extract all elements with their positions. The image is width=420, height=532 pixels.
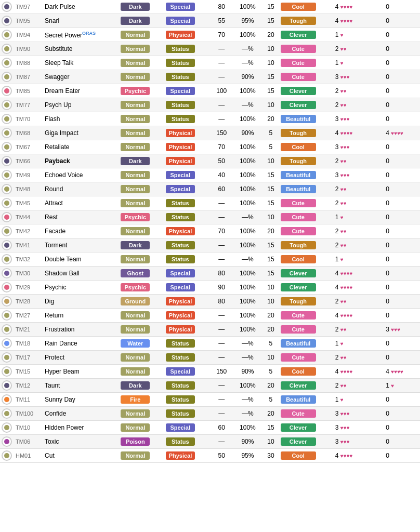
category-badge: Status — [166, 409, 195, 418]
appeal-hearts: ♥♥ — [340, 229, 347, 234]
contest-cell: Clever — [280, 267, 333, 281]
accuracy-cell: 100% — [233, 154, 262, 168]
pp-cell: 10 — [262, 210, 279, 224]
category-badge: Status — [166, 339, 195, 348]
power-cell: — — [210, 407, 233, 421]
appeal-hearts: ♥♥♥ — [340, 425, 350, 431]
accuracy-cell: 100% — [233, 224, 262, 238]
appeal-rank: 2 — [335, 382, 340, 389]
type-badge-cell: Normal — [120, 252, 164, 267]
power-cell: 40 — [210, 168, 233, 182]
appeal-rank: 2 — [335, 354, 340, 361]
appeal-cell: 2 ♥♥ — [333, 42, 384, 56]
category-badge: Status — [166, 241, 195, 249]
move-name: Sleep Talk — [44, 56, 120, 70]
category-badge-cell: Physical — [165, 224, 210, 238]
category-badge-cell: Status — [165, 379, 210, 393]
category-badge-cell: Status — [165, 393, 210, 407]
power-cell: — — [210, 210, 233, 224]
pp-cell: 15 — [262, 252, 279, 267]
power-cell: — — [210, 42, 233, 56]
power-cell: — — [210, 323, 233, 337]
appeal-cell: 3 ♥♥♥ — [333, 435, 384, 449]
appeal-rank: 3 — [335, 115, 340, 123]
move-name: Rain Dance — [44, 337, 120, 351]
type-badge: Normal — [121, 353, 150, 362]
contest-badge: Beautiful — [281, 395, 316, 404]
table-row: TM11Sunny DayFireStatus——%5Beautiful1 ♥0 — [0, 393, 420, 407]
icon-cell — [0, 126, 15, 140]
water-type-icon — [2, 338, 12, 349]
type-badge: Normal — [121, 227, 150, 235]
jam-rank: 4 — [386, 129, 391, 137]
icon-cell — [0, 196, 15, 210]
table-row: TM32Double TeamNormalStatus——%15Cool1 ♥0 — [0, 252, 420, 267]
move-name: Rest — [44, 210, 120, 224]
pp-cell: 10 — [262, 154, 279, 168]
move-name: Dream Eater — [44, 84, 120, 98]
category-badge: Physical — [166, 129, 195, 137]
jam-rank: 3 — [386, 326, 391, 333]
pp-cell: 5 — [262, 393, 279, 407]
category-badge-cell: Status — [165, 56, 210, 70]
pp-cell: 5 — [262, 140, 279, 154]
icon-cell — [0, 267, 15, 281]
power-cell: 60 — [210, 421, 233, 435]
appeal-rank: 3 — [335, 73, 340, 81]
appeal-cell: 4 ♥♥♥♥ — [333, 0, 384, 14]
category-badge: Physical — [166, 143, 195, 151]
power-cell: — — [210, 351, 233, 365]
contest-cell: Beautiful — [280, 168, 333, 182]
power-cell: 70 — [210, 140, 233, 154]
icon-cell — [0, 28, 15, 42]
move-name: Cut — [44, 449, 120, 463]
type-badge-cell: Dark — [120, 0, 164, 14]
category-badge: Special — [166, 87, 195, 95]
contest-cell: Cute — [280, 323, 333, 337]
category-badge-cell: Physical — [165, 323, 210, 337]
accuracy-cell: 100% — [233, 379, 262, 393]
appeal-cell: 2 ♥♥ — [333, 379, 384, 393]
appeal-rank: 3 — [335, 424, 340, 431]
power-cell: — — [210, 435, 233, 449]
appeal-cell: 2 ♥♥ — [333, 238, 384, 252]
type-badge-cell: Normal — [120, 182, 164, 196]
type-badge: Fire — [121, 395, 150, 404]
icon-cell — [0, 182, 15, 196]
category-badge-cell: Special — [165, 14, 210, 28]
tm-id: TM68 — [15, 126, 44, 140]
appeal-cell: 2 ♥♥ — [333, 224, 384, 238]
appeal-hearts: ♥♥♥ — [340, 144, 350, 150]
contest-badge: Cute — [281, 227, 316, 235]
appeal-rank: 1 — [335, 256, 340, 263]
appeal-hearts: ♥♥ — [340, 327, 347, 332]
power-cell: — — [210, 56, 233, 70]
move-name: Torment — [44, 238, 120, 252]
category-badge: Physical — [166, 311, 195, 320]
type-badge-cell: Fire — [120, 393, 164, 407]
power-cell: — — [210, 238, 233, 252]
icon-cell — [0, 351, 15, 365]
tm-id: TM18 — [15, 337, 44, 351]
category-badge-cell: Physical — [165, 154, 210, 168]
pp-cell: 15 — [262, 14, 279, 28]
type-badge-cell: Normal — [120, 70, 164, 84]
table-row: TM49Echoed VoiceNormalSpecial40100%15Bea… — [0, 168, 420, 182]
table-row: TM42FacadeNormalPhysical70100%20Cute2 ♥♥… — [0, 224, 420, 238]
table-row: TM85Dream EaterPsychicSpecial100100%15Cl… — [0, 84, 420, 98]
category-badge: Special — [166, 3, 195, 11]
type-badge: Normal — [121, 45, 150, 53]
accuracy-cell: 95% — [233, 14, 262, 28]
tm-id: TM17 — [15, 351, 44, 365]
normal-type-icon — [2, 226, 12, 236]
appeal-rank: 2 — [335, 45, 340, 52]
table-row: TM95SnarlDarkSpecial5595%15Tough4 ♥♥♥♥0 — [0, 14, 420, 28]
appeal-hearts: ♥♥♥ — [340, 116, 350, 122]
appeal-cell: 3 ♥♥♥ — [333, 421, 384, 435]
category-badge: Status — [166, 101, 195, 109]
jam-cell: 0 — [384, 42, 420, 56]
appeal-cell: 1 ♥ — [333, 337, 384, 351]
category-badge: Status — [166, 59, 195, 67]
jam-cell: 0 — [384, 407, 420, 421]
icon-cell — [0, 379, 15, 393]
